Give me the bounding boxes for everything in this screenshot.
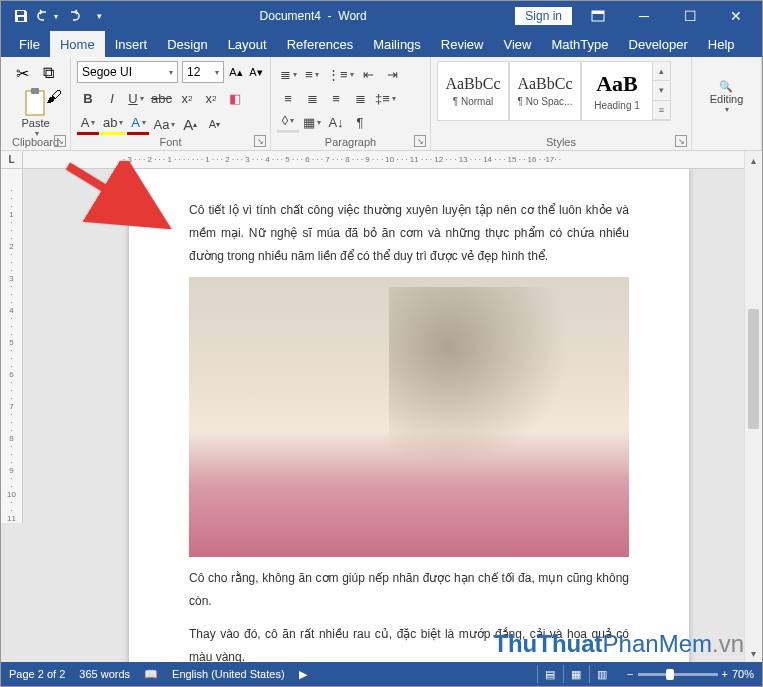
editing-button[interactable]: 🔍Editing▾ — [710, 80, 744, 114]
grow-font-icon[interactable]: A▴ — [228, 61, 244, 83]
tab-layout[interactable]: Layout — [218, 31, 277, 57]
zoom-in-icon[interactable]: + — [722, 668, 728, 680]
copy-icon[interactable]: ⧉ — [37, 61, 61, 85]
tab-mathtype[interactable]: MathType — [541, 31, 618, 57]
change-case-button[interactable]: Aa▾ — [151, 113, 177, 135]
save-icon[interactable] — [9, 4, 33, 28]
vertical-scrollbar[interactable]: ▴ ▾ — [744, 151, 762, 662]
scrollbar-track[interactable] — [745, 169, 762, 644]
superscript-button[interactable]: x2 — [200, 87, 222, 109]
shading-button[interactable]: ◊▾ — [277, 111, 299, 133]
tab-help[interactable]: Help — [698, 31, 745, 57]
grow-font-2-icon[interactable]: A▴ — [179, 113, 201, 135]
ribbon: ✂ ⧉ Paste▾ 🖌 Clipboard ↘ Segoe UI▾ 12▾ A… — [1, 57, 762, 151]
qat-customize-icon[interactable]: ▾ — [87, 4, 111, 28]
group-editing: 🔍Editing▾ — [692, 57, 762, 150]
align-right-icon[interactable]: ≡ — [325, 87, 347, 109]
bold-button[interactable]: B — [77, 87, 99, 109]
justify-icon[interactable]: ≣ — [349, 87, 371, 109]
page[interactable]: Cô tiết lộ vì tính chất công việc thường… — [129, 169, 689, 662]
shrink-font-icon[interactable]: A▾ — [248, 61, 264, 83]
ribbon-tabs: File Home Insert Design Layout Reference… — [1, 31, 762, 57]
styles-gallery-scroll[interactable]: ▴▾≡ — [653, 61, 671, 121]
sign-in-button[interactable]: Sign in — [515, 7, 572, 25]
paragraph-2[interactable]: Cô cho rằng, không ăn cơm giúp nếp nhăn … — [189, 567, 629, 613]
tab-home[interactable]: Home — [50, 31, 105, 57]
scroll-down-arrow-icon[interactable]: ▾ — [745, 644, 762, 662]
styles-expand-icon[interactable]: ≡ — [653, 101, 670, 120]
status-bar: Page 2 of 2 365 words 📖 English (United … — [1, 662, 762, 686]
styles-launcher-icon[interactable]: ↘ — [675, 135, 687, 147]
subscript-button[interactable]: x2 — [176, 87, 198, 109]
svg-rect-3 — [31, 88, 39, 94]
zoom-out-icon[interactable]: − — [627, 668, 633, 680]
vertical-ruler[interactable]: ···1···2···3···4···5···6···7···8···9··10… — [1, 169, 23, 523]
font-color-button[interactable]: A▾ — [77, 113, 99, 135]
font-launcher-icon[interactable]: ↘ — [254, 135, 266, 147]
read-mode-icon[interactable]: ▤ — [537, 665, 561, 683]
close-icon[interactable]: ✕ — [716, 2, 756, 30]
spellcheck-icon[interactable]: 📖 — [144, 668, 158, 681]
clear-formatting-icon[interactable]: ◧ — [224, 87, 246, 109]
document-image[interactable] — [189, 277, 629, 557]
font-size-combo[interactable]: 12▾ — [182, 61, 224, 83]
group-clipboard: ✂ ⧉ Paste▾ 🖌 Clipboard ↘ — [1, 57, 71, 150]
align-center-icon[interactable]: ≣ — [301, 87, 323, 109]
decrease-indent-icon[interactable]: ⇤ — [358, 63, 380, 85]
status-words[interactable]: 365 words — [79, 668, 130, 680]
multilevel-list-button[interactable]: ⋮≡▾ — [325, 63, 356, 85]
status-language[interactable]: English (United States) — [172, 668, 285, 680]
tab-review[interactable]: Review — [431, 31, 494, 57]
scrollbar-thumb[interactable] — [748, 309, 759, 429]
tab-file[interactable]: File — [9, 31, 50, 57]
scroll-down-icon[interactable]: ▾ — [653, 81, 670, 100]
maximize-icon[interactable]: ☐ — [670, 2, 710, 30]
macro-record-icon[interactable]: ▶ — [299, 668, 307, 681]
group-label-styles: Styles — [431, 136, 691, 148]
cut-icon[interactable]: ✂ — [11, 61, 35, 85]
clipboard-launcher-icon[interactable]: ↘ — [54, 135, 66, 147]
scroll-up-arrow-icon[interactable]: ▴ — [745, 151, 762, 169]
minimize-icon[interactable]: ─ — [624, 2, 664, 30]
tab-developer[interactable]: Developer — [619, 31, 698, 57]
format-painter-icon[interactable]: 🖌 — [42, 85, 66, 109]
style-heading-1[interactable]: AaBHeading 1 — [581, 61, 653, 121]
zoom-level[interactable]: 70% — [732, 668, 754, 680]
paragraph-1[interactable]: Cô tiết lộ vì tính chất công việc thường… — [189, 199, 629, 267]
increase-indent-icon[interactable]: ⇥ — [382, 63, 404, 85]
bullets-button[interactable]: ≣▾ — [277, 63, 299, 85]
borders-button[interactable]: ▦▾ — [301, 111, 323, 133]
italic-button[interactable]: I — [101, 87, 123, 109]
shrink-font-2-icon[interactable]: A▾ — [203, 113, 225, 135]
web-layout-icon[interactable]: ▥ — [589, 665, 613, 683]
status-page[interactable]: Page 2 of 2 — [9, 668, 65, 680]
underline-button[interactable]: U▾ — [125, 87, 147, 109]
scroll-up-icon[interactable]: ▴ — [653, 62, 670, 81]
zoom-slider[interactable] — [638, 673, 718, 676]
undo-icon[interactable]: ▾ — [35, 4, 59, 28]
tell-me-search[interactable]: 💡Search — [753, 31, 763, 57]
ribbon-display-icon[interactable] — [578, 2, 618, 30]
paragraph-launcher-icon[interactable]: ↘ — [414, 135, 426, 147]
show-hide-pilcrow-icon[interactable]: ¶ — [349, 111, 371, 133]
style-normal[interactable]: AaBbCc¶ Normal — [437, 61, 509, 121]
tab-design[interactable]: Design — [157, 31, 217, 57]
text-effects-button[interactable]: A▾ — [127, 113, 149, 135]
tab-insert[interactable]: Insert — [105, 31, 158, 57]
print-layout-icon[interactable]: ▦ — [563, 665, 587, 683]
strikethrough-button[interactable]: abc — [149, 87, 174, 109]
text-highlight-button[interactable]: ab▾ — [101, 113, 125, 135]
ruler-corner[interactable]: L — [1, 151, 23, 169]
align-left-icon[interactable]: ≡ — [277, 87, 299, 109]
numbering-button[interactable]: ≡▾ — [301, 63, 323, 85]
sort-icon[interactable]: A↓ — [325, 111, 347, 133]
line-spacing-button[interactable]: ‡≡▾ — [373, 87, 398, 109]
svg-line-4 — [68, 166, 158, 221]
redo-icon[interactable] — [61, 4, 85, 28]
font-name-combo[interactable]: Segoe UI▾ — [77, 61, 178, 83]
tab-references[interactable]: References — [277, 31, 363, 57]
tab-mailings[interactable]: Mailings — [363, 31, 431, 57]
tab-view[interactable]: View — [493, 31, 541, 57]
style-no-spacing[interactable]: AaBbCc¶ No Spac... — [509, 61, 581, 121]
group-label-font: Font — [71, 136, 270, 148]
